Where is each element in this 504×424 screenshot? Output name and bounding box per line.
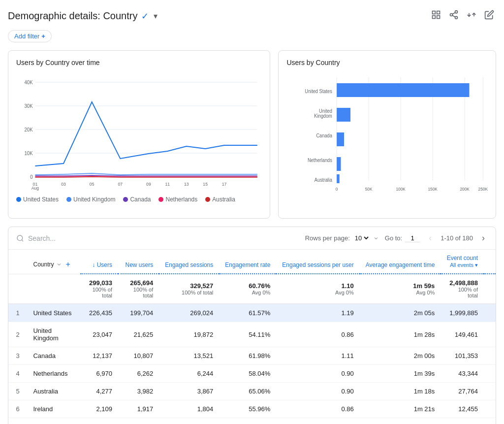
row-engaged-sessions: 1,804 [159, 400, 219, 418]
compare-icon[interactable] [465, 8, 478, 24]
svg-text:40K: 40K [25, 80, 33, 85]
row-new-users: 1,917 [118, 400, 159, 418]
line-chart-title: Users by Country over time [16, 59, 262, 66]
svg-text:03: 03 [61, 182, 66, 187]
verified-icon: ✓ [141, 11, 149, 22]
rows-per-page-select[interactable]: 10 25 50 [353, 234, 370, 242]
rows-dropdown-icon [373, 235, 379, 241]
row-engagement-rate: 61.98% [219, 347, 276, 365]
svg-rect-37 [337, 83, 470, 97]
row-event-count: 101,353 [441, 347, 484, 365]
row-sessions-per-user: 1.19 [276, 304, 359, 322]
col-header-avg-engagement[interactable]: Average engagement time [360, 250, 441, 274]
row-engaged-sessions: 3,867 [159, 383, 219, 400]
row-engagement-rate: 55.96% [219, 400, 276, 418]
row-rank: 2 [8, 322, 27, 347]
row-avg-engagement: 1m 18s [360, 383, 441, 400]
share-icon[interactable] [447, 8, 461, 24]
row-extra [484, 322, 496, 347]
col-header-engaged-per-user[interactable]: Engaged sessions per user [276, 250, 359, 274]
table-row: 4 Netherlands 6,970 6,262 6,244 58.04% 0… [8, 365, 496, 383]
row-users: 6,970 [80, 365, 118, 383]
table-body: 1 United States 226,435 199,704 269,024 … [8, 304, 496, 424]
table-row: 3 Canada 12,137 10,807 13,521 61.98% 1.1… [8, 347, 496, 365]
line-chart-legend: United States United Kingdom Canada Neth… [16, 196, 262, 203]
title-dropdown-button[interactable]: ▾ [153, 10, 158, 22]
row-users: 4,277 [80, 383, 118, 400]
row-rank: 6 [8, 400, 27, 418]
col-header-country[interactable]: Country + [27, 250, 80, 274]
row-country: United Kingdom [27, 322, 80, 347]
col-header-event-count[interactable]: Event count All events ▾ [441, 250, 484, 274]
search-input[interactable] [28, 234, 117, 242]
row-new-users: 10,807 [118, 347, 159, 365]
svg-rect-38 [337, 108, 351, 122]
row-sessions-per-user: 0.90 [276, 365, 359, 383]
table-row: 5 Australia 4,277 3,982 3,867 65.06% 0.9… [8, 383, 496, 400]
add-filter-label: Add filter [14, 33, 39, 40]
svg-rect-1 [437, 11, 440, 14]
bar-chart-card: Users by Country Unit [278, 50, 496, 219]
table-row: 2 United Kingdom 23,047 21,625 19,872 54… [8, 322, 496, 347]
row-new-users: 199,704 [118, 304, 159, 322]
row-sessions-per-user: 0.92 [276, 418, 359, 424]
row-event-count: 149,461 [441, 322, 484, 347]
row-users: 226,435 [80, 304, 118, 322]
row-users: 23,047 [80, 322, 118, 347]
row-event-count: 43,344 [441, 365, 484, 383]
table-row: 7 Germany 2,096 1,922 1,938 57.52% 0.92 … [8, 418, 496, 424]
edit-icon[interactable] [482, 8, 496, 24]
next-page-button[interactable]: › [479, 232, 488, 244]
table-row: 1 United States 226,435 199,704 269,024 … [8, 304, 496, 322]
col-header-extra [484, 250, 496, 274]
prev-page-button[interactable]: ‹ [426, 232, 435, 244]
svg-text:Canada: Canada [316, 133, 333, 138]
svg-text:05: 05 [90, 182, 94, 187]
data-table-section: Rows per page: 10 25 50 Go to: ‹ 1-10 of… [8, 227, 496, 424]
svg-text:200K: 200K [460, 187, 470, 192]
rows-per-page-label: Rows per page: [305, 234, 350, 242]
pagination-controls: Rows per page: 10 25 50 Go to: ‹ 1-10 of… [305, 232, 488, 244]
col-header-new-users[interactable]: New users [118, 250, 159, 274]
row-new-users: 6,262 [118, 365, 159, 383]
table-toolbar: Rows per page: 10 25 50 Go to: ‹ 1-10 of… [8, 227, 496, 250]
add-column-button[interactable]: + [64, 260, 72, 269]
row-country: Netherlands [27, 365, 80, 383]
svg-text:10K: 10K [25, 151, 33, 156]
row-engagement-rate: 61.57% [219, 304, 276, 322]
row-engagement-rate: 57.52% [219, 418, 276, 424]
row-engagement-rate: 58.04% [219, 365, 276, 383]
goto-input[interactable] [405, 234, 420, 242]
add-filter-button[interactable]: Add filter + [8, 30, 52, 42]
row-new-users: 1,922 [118, 418, 159, 424]
svg-text:Kingdom: Kingdom [315, 113, 333, 119]
row-event-count: 12,455 [441, 400, 484, 418]
bar-chart-svg: United States United Kingdom Canada Neth… [286, 72, 488, 200]
line-chart-card: Users by Country over time 40K 30K 20K 1… [8, 50, 270, 219]
row-sessions-per-user: 0.86 [276, 400, 359, 418]
page-title: Demographic details: Country [8, 10, 137, 22]
svg-line-8 [452, 12, 455, 14]
svg-rect-2 [433, 16, 436, 19]
goto-label: Go to: [385, 234, 402, 242]
row-rank: 7 [8, 418, 27, 424]
table-row: 6 Ireland 2,109 1,917 1,804 55.96% 0.86 … [8, 400, 496, 418]
search-box [16, 234, 117, 242]
row-engaged-sessions: 19,872 [159, 322, 219, 347]
col-header-engaged-sessions[interactable]: Engaged sessions [159, 250, 219, 274]
svg-text:15: 15 [203, 182, 208, 187]
row-event-count: 14,007 [441, 418, 484, 424]
row-event-count: 1,999,885 [441, 304, 484, 322]
row-sessions-per-user: 0.90 [276, 383, 359, 400]
page-info: 1-10 of 180 [441, 234, 473, 242]
svg-text:100K: 100K [396, 187, 406, 192]
row-rank: 1 [8, 304, 27, 322]
row-avg-engagement: 2m 00s [360, 347, 441, 365]
col-header-engagement-rate[interactable]: Engagement rate [219, 250, 276, 274]
svg-text:250K: 250K [478, 187, 488, 192]
row-engaged-sessions: 1,938 [159, 418, 219, 424]
svg-text:17: 17 [222, 182, 227, 187]
row-event-count: 27,764 [441, 383, 484, 400]
customize-icon[interactable] [429, 8, 443, 24]
col-header-users[interactable]: ↓ Users [80, 250, 118, 274]
